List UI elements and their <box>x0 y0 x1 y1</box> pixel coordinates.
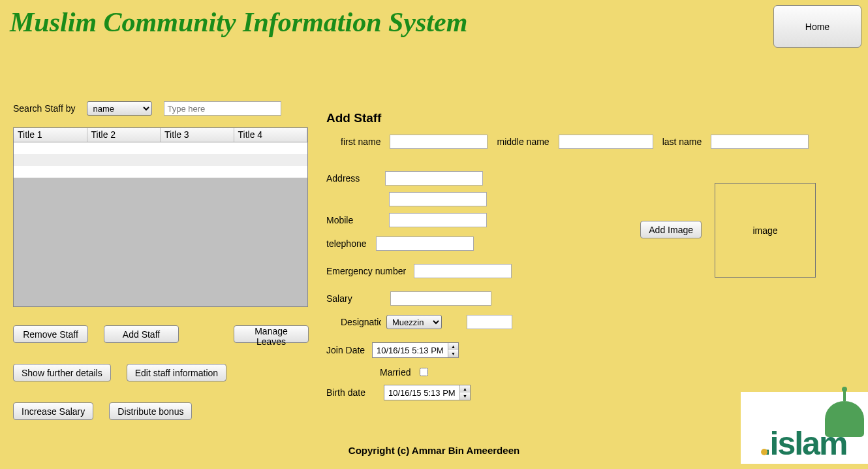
spinner-down-icon[interactable]: ▼ <box>460 393 470 400</box>
address-label: Address <box>326 173 380 184</box>
mobile-input[interactable] <box>389 213 487 227</box>
show-details-button[interactable]: Show further details <box>13 364 111 381</box>
spinner-up-icon[interactable]: ▲ <box>460 385 470 393</box>
dome-icon <box>825 401 864 437</box>
staff-table[interactable]: Title 1 Title 2 Title 3 Title 4 <box>13 127 308 307</box>
image-placeholder: image <box>715 183 816 278</box>
mobile-label: Mobile <box>326 215 384 225</box>
table-header: Title 1 Title 2 Title 3 Title 4 <box>14 128 307 142</box>
column-header[interactable]: Title 1 <box>14 128 87 142</box>
column-header[interactable]: Title 3 <box>161 128 234 142</box>
last-name-label: last name <box>662 137 702 147</box>
column-header[interactable]: Title 2 <box>87 128 161 142</box>
designation-extra-input[interactable] <box>467 315 512 329</box>
action-buttons: Remove Staff Add Staff Manage Leaves Sho… <box>13 325 320 420</box>
married-label: Married <box>380 367 411 378</box>
image-placeholder-text: image <box>752 225 777 236</box>
name-row: first name middle name last name <box>326 135 829 149</box>
address-input-1[interactable] <box>385 171 483 186</box>
first-name-input[interactable] <box>390 135 488 149</box>
app-title: Muslim Community Information System <box>10 7 868 38</box>
distribute-bonus-button[interactable]: Distribute bonus <box>109 402 192 420</box>
home-button[interactable]: Home <box>773 5 861 48</box>
salary-row: Salary <box>326 291 829 306</box>
join-date-row: Join Date 10/16/15 5:13 PM ▲ ▼ <box>326 342 829 358</box>
join-date-label: Join Date <box>326 345 367 355</box>
designation-label: Designation <box>341 317 381 327</box>
table-row[interactable] <box>14 142 307 154</box>
table-row[interactable] <box>14 154 307 166</box>
table-body <box>14 142 307 178</box>
copyright: Copyright (c) Ammar Bin Ameerdeen <box>349 445 519 456</box>
join-date-spinner[interactable]: 10/16/15 5:13 PM ▲ ▼ <box>372 342 459 358</box>
add-staff-button[interactable]: Add Staff <box>104 325 179 343</box>
designation-row: Designation Muezzin <box>326 315 829 329</box>
married-row: Married <box>326 366 829 378</box>
add-staff-title: Add Staff <box>326 111 829 125</box>
salary-label: Salary <box>326 293 385 304</box>
add-image-button[interactable]: Add Image <box>640 221 702 238</box>
salary-input[interactable] <box>390 291 491 306</box>
first-name-label: first name <box>341 137 380 147</box>
edit-staff-button[interactable]: Edit staff information <box>127 364 226 381</box>
birth-date-value: 10/16/15 5:13 PM <box>384 388 459 398</box>
birth-date-spinner[interactable]: 10/16/15 5:13 PM ▲ ▼ <box>384 385 471 400</box>
married-checkbox[interactable] <box>420 368 428 376</box>
islam-logo: .islam <box>741 392 868 464</box>
telephone-input[interactable] <box>376 236 474 251</box>
remove-staff-button[interactable]: Remove Staff <box>13 325 88 343</box>
search-input[interactable] <box>164 101 281 116</box>
birth-date-label: Birth date <box>326 387 379 398</box>
table-row[interactable] <box>14 166 307 178</box>
search-by-select[interactable]: name <box>87 101 152 116</box>
column-header[interactable]: Title 4 <box>234 128 308 142</box>
emergency-input[interactable] <box>414 264 512 278</box>
spinner-down-icon[interactable]: ▼ <box>448 350 458 357</box>
add-staff-panel: Add Staff first name middle name last na… <box>326 111 829 407</box>
designation-select[interactable]: Muezzin <box>386 315 442 329</box>
telephone-label: telephone <box>326 238 371 249</box>
search-row: Search Staff by name <box>13 101 313 116</box>
join-date-value: 10/16/15 5:13 PM <box>373 346 448 355</box>
middle-name-input[interactable] <box>559 135 653 149</box>
spinner-up-icon[interactable]: ▲ <box>448 343 458 350</box>
last-name-input[interactable] <box>711 135 809 149</box>
address-input-2[interactable] <box>389 192 487 206</box>
search-label: Search Staff by <box>13 103 75 114</box>
middle-name-label: middle name <box>497 137 549 147</box>
increase-salary-button[interactable]: Increase Salary <box>13 402 93 420</box>
manage-leaves-button[interactable]: Manage Leaves <box>234 325 309 343</box>
left-panel: Search Staff by name Title 1 Title 2 Tit… <box>13 101 313 420</box>
emergency-label: Emergency number <box>326 266 409 276</box>
